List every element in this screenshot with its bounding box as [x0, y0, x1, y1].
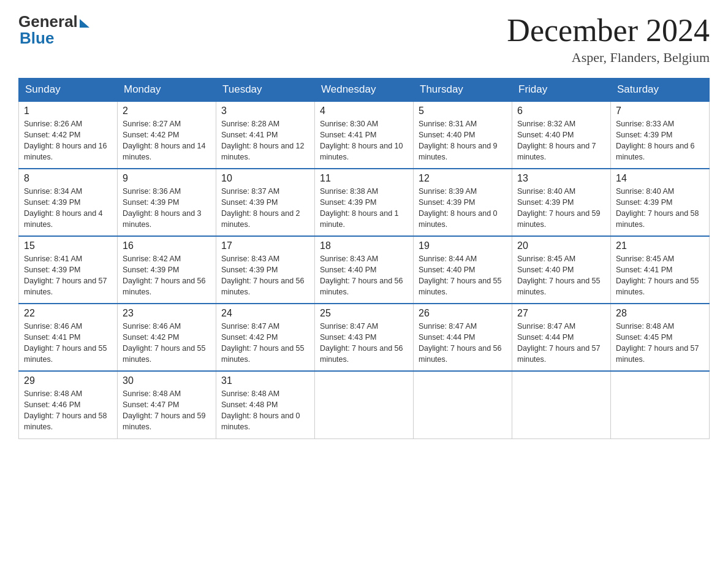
calendar-cell: 11Sunrise: 8:38 AMSunset: 4:39 PMDayligh… — [315, 169, 414, 236]
weekday-header-thursday: Thursday — [414, 79, 512, 102]
calendar-cell: 20Sunrise: 8:45 AMSunset: 4:40 PMDayligh… — [512, 236, 611, 304]
calendar-cell: 25Sunrise: 8:47 AMSunset: 4:43 PMDayligh… — [315, 304, 414, 371]
day-info: Sunrise: 8:48 AMSunset: 4:45 PMDaylight:… — [616, 321, 704, 366]
day-number: 28 — [616, 308, 704, 319]
day-info: Sunrise: 8:47 AMSunset: 4:42 PMDaylight:… — [221, 321, 309, 366]
month-title: December 2024 — [507, 12, 710, 48]
day-number: 9 — [123, 173, 211, 184]
title-section: December 2024 Asper, Flanders, Belgium — [507, 12, 710, 66]
day-info: Sunrise: 8:28 AMSunset: 4:41 PMDaylight:… — [221, 118, 309, 163]
day-info: Sunrise: 8:44 AMSunset: 4:40 PMDaylight:… — [419, 253, 507, 298]
day-number: 14 — [616, 173, 704, 184]
calendar-cell: 21Sunrise: 8:45 AMSunset: 4:41 PMDayligh… — [611, 236, 710, 304]
calendar-cell: 13Sunrise: 8:40 AMSunset: 4:39 PMDayligh… — [512, 169, 611, 236]
logo: General Blue — [18, 12, 89, 48]
day-info: Sunrise: 8:43 AMSunset: 4:39 PMDaylight:… — [221, 253, 309, 298]
day-info: Sunrise: 8:45 AMSunset: 4:41 PMDaylight:… — [616, 253, 704, 298]
calendar-cell: 19Sunrise: 8:44 AMSunset: 4:40 PMDayligh… — [414, 236, 512, 304]
weekday-header-sunday: Sunday — [19, 79, 118, 102]
calendar-cell: 6Sunrise: 8:32 AMSunset: 4:40 PMDaylight… — [512, 101, 611, 169]
calendar-week-row: 22Sunrise: 8:46 AMSunset: 4:41 PMDayligh… — [19, 304, 710, 371]
day-number: 12 — [419, 173, 507, 184]
calendar-cell — [611, 371, 710, 439]
page-header: General Blue December 2024 Asper, Flande… — [18, 12, 710, 66]
day-info: Sunrise: 8:36 AMSunset: 4:39 PMDaylight:… — [123, 186, 211, 231]
day-number: 25 — [320, 308, 408, 319]
calendar-cell: 8Sunrise: 8:34 AMSunset: 4:39 PMDaylight… — [19, 169, 118, 236]
day-number: 20 — [517, 240, 605, 251]
day-info: Sunrise: 8:43 AMSunset: 4:40 PMDaylight:… — [320, 253, 408, 298]
day-info: Sunrise: 8:48 AMSunset: 4:47 PMDaylight:… — [123, 388, 211, 433]
day-number: 7 — [616, 105, 704, 117]
day-info: Sunrise: 8:48 AMSunset: 4:46 PMDaylight:… — [24, 388, 112, 433]
day-number: 1 — [24, 105, 112, 117]
day-info: Sunrise: 8:45 AMSunset: 4:40 PMDaylight:… — [517, 253, 605, 298]
weekday-header-friday: Friday — [512, 79, 611, 102]
day-number: 27 — [517, 308, 605, 319]
day-number: 18 — [320, 240, 408, 251]
day-number: 11 — [320, 173, 408, 184]
calendar-cell: 22Sunrise: 8:46 AMSunset: 4:41 PMDayligh… — [19, 304, 118, 371]
day-info: Sunrise: 8:26 AMSunset: 4:42 PMDaylight:… — [24, 118, 112, 163]
day-number: 19 — [419, 240, 507, 251]
day-info: Sunrise: 8:37 AMSunset: 4:39 PMDaylight:… — [221, 186, 309, 231]
weekday-header-row: SundayMondayTuesdayWednesdayThursdayFrid… — [19, 79, 710, 102]
day-info: Sunrise: 8:47 AMSunset: 4:43 PMDaylight:… — [320, 321, 408, 366]
day-number: 30 — [123, 375, 211, 386]
location-label: Asper, Flanders, Belgium — [507, 50, 710, 66]
day-info: Sunrise: 8:40 AMSunset: 4:39 PMDaylight:… — [517, 186, 605, 231]
calendar-cell: 26Sunrise: 8:47 AMSunset: 4:44 PMDayligh… — [414, 304, 512, 371]
day-info: Sunrise: 8:46 AMSunset: 4:42 PMDaylight:… — [123, 321, 211, 366]
day-number: 2 — [123, 105, 211, 117]
day-number: 5 — [419, 105, 507, 117]
day-info: Sunrise: 8:31 AMSunset: 4:40 PMDaylight:… — [419, 118, 507, 163]
calendar-cell: 27Sunrise: 8:47 AMSunset: 4:44 PMDayligh… — [512, 304, 611, 371]
logo-triangle-icon — [80, 19, 89, 28]
weekday-header-monday: Monday — [118, 79, 216, 102]
day-info: Sunrise: 8:46 AMSunset: 4:41 PMDaylight:… — [24, 321, 112, 366]
day-number: 8 — [24, 173, 112, 184]
day-info: Sunrise: 8:39 AMSunset: 4:39 PMDaylight:… — [419, 186, 507, 231]
day-number: 24 — [221, 308, 309, 319]
calendar-week-row: 8Sunrise: 8:34 AMSunset: 4:39 PMDaylight… — [19, 169, 710, 236]
logo-blue-text: Blue — [20, 29, 54, 48]
day-info: Sunrise: 8:38 AMSunset: 4:39 PMDaylight:… — [320, 186, 408, 231]
day-info: Sunrise: 8:41 AMSunset: 4:39 PMDaylight:… — [24, 253, 112, 298]
calendar-cell: 29Sunrise: 8:48 AMSunset: 4:46 PMDayligh… — [19, 371, 118, 439]
calendar-cell: 4Sunrise: 8:30 AMSunset: 4:41 PMDaylight… — [315, 101, 414, 169]
day-number: 4 — [320, 105, 408, 117]
day-info: Sunrise: 8:34 AMSunset: 4:39 PMDaylight:… — [24, 186, 112, 231]
calendar-week-row: 29Sunrise: 8:48 AMSunset: 4:46 PMDayligh… — [19, 371, 710, 439]
day-number: 22 — [24, 308, 112, 319]
calendar-cell: 12Sunrise: 8:39 AMSunset: 4:39 PMDayligh… — [414, 169, 512, 236]
calendar-cell: 30Sunrise: 8:48 AMSunset: 4:47 PMDayligh… — [118, 371, 216, 439]
day-number: 23 — [123, 308, 211, 319]
weekday-header-wednesday: Wednesday — [315, 79, 414, 102]
calendar-cell: 14Sunrise: 8:40 AMSunset: 4:39 PMDayligh… — [611, 169, 710, 236]
calendar-cell: 15Sunrise: 8:41 AMSunset: 4:39 PMDayligh… — [19, 236, 118, 304]
calendar-cell: 1Sunrise: 8:26 AMSunset: 4:42 PMDaylight… — [19, 101, 118, 169]
day-number: 17 — [221, 240, 309, 251]
day-info: Sunrise: 8:42 AMSunset: 4:39 PMDaylight:… — [123, 253, 211, 298]
calendar-cell: 24Sunrise: 8:47 AMSunset: 4:42 PMDayligh… — [216, 304, 315, 371]
calendar-cell: 17Sunrise: 8:43 AMSunset: 4:39 PMDayligh… — [216, 236, 315, 304]
calendar-cell: 28Sunrise: 8:48 AMSunset: 4:45 PMDayligh… — [611, 304, 710, 371]
day-info: Sunrise: 8:47 AMSunset: 4:44 PMDaylight:… — [419, 321, 507, 366]
calendar-cell: 23Sunrise: 8:46 AMSunset: 4:42 PMDayligh… — [118, 304, 216, 371]
day-number: 21 — [616, 240, 704, 251]
weekday-header-saturday: Saturday — [611, 79, 710, 102]
calendar-cell: 7Sunrise: 8:33 AMSunset: 4:39 PMDaylight… — [611, 101, 710, 169]
day-number: 6 — [517, 105, 605, 117]
calendar-cell: 18Sunrise: 8:43 AMSunset: 4:40 PMDayligh… — [315, 236, 414, 304]
calendar-cell: 2Sunrise: 8:27 AMSunset: 4:42 PMDaylight… — [118, 101, 216, 169]
calendar-table: SundayMondayTuesdayWednesdayThursdayFrid… — [18, 78, 710, 439]
day-info: Sunrise: 8:40 AMSunset: 4:39 PMDaylight:… — [616, 186, 704, 231]
day-info: Sunrise: 8:48 AMSunset: 4:48 PMDaylight:… — [221, 388, 309, 433]
day-info: Sunrise: 8:47 AMSunset: 4:44 PMDaylight:… — [517, 321, 605, 366]
calendar-cell: 10Sunrise: 8:37 AMSunset: 4:39 PMDayligh… — [216, 169, 315, 236]
day-number: 10 — [221, 173, 309, 184]
calendar-cell: 9Sunrise: 8:36 AMSunset: 4:39 PMDaylight… — [118, 169, 216, 236]
day-number: 13 — [517, 173, 605, 184]
calendar-cell: 16Sunrise: 8:42 AMSunset: 4:39 PMDayligh… — [118, 236, 216, 304]
day-info: Sunrise: 8:27 AMSunset: 4:42 PMDaylight:… — [123, 118, 211, 163]
